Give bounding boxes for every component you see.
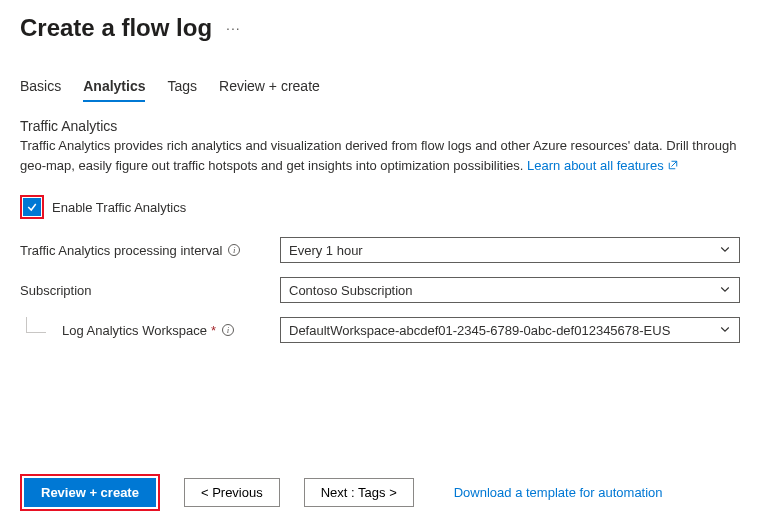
learn-more-link[interactable]: Learn about all features — [527, 158, 679, 173]
enable-analytics-label: Enable Traffic Analytics — [52, 200, 186, 215]
workspace-select[interactable]: DefaultWorkspace-abcdef01-2345-6789-0abc… — [280, 317, 740, 343]
chevron-down-icon — [719, 323, 731, 338]
page-title: Create a flow log — [20, 14, 212, 42]
section-heading: Traffic Analytics — [20, 118, 763, 134]
download-template-link[interactable]: Download a template for automation — [454, 485, 663, 500]
review-create-button[interactable]: Review + create — [24, 478, 156, 507]
more-actions-icon[interactable]: ··· — [226, 20, 241, 36]
checkbox-highlight — [20, 195, 44, 219]
subscription-label: Subscription — [20, 283, 280, 298]
previous-button[interactable]: < Previous — [184, 478, 280, 507]
tab-tags[interactable]: Tags — [167, 78, 197, 102]
info-icon[interactable]: i — [228, 244, 240, 256]
workspace-label: Log Analytics Workspace * i — [20, 323, 280, 338]
workspace-value: DefaultWorkspace-abcdef01-2345-6789-0abc… — [289, 323, 670, 338]
tab-review[interactable]: Review + create — [219, 78, 320, 102]
subscription-value: Contoso Subscription — [289, 283, 413, 298]
footer: Review + create < Previous Next : Tags >… — [20, 474, 763, 511]
subscription-select[interactable]: Contoso Subscription — [280, 277, 740, 303]
tabs: Basics Analytics Tags Review + create — [0, 42, 783, 102]
tree-elbow-icon — [26, 317, 46, 333]
interval-label: Traffic Analytics processing interval i — [20, 243, 280, 258]
interval-value: Every 1 hour — [289, 243, 363, 258]
tab-analytics[interactable]: Analytics — [83, 78, 145, 102]
learn-more-text: Learn about all features — [527, 158, 664, 173]
primary-button-highlight: Review + create — [20, 474, 160, 511]
info-icon[interactable]: i — [222, 324, 234, 336]
section-description: Traffic Analytics provides rich analytic… — [20, 136, 763, 175]
interval-select[interactable]: Every 1 hour — [280, 237, 740, 263]
chevron-down-icon — [719, 243, 731, 258]
enable-analytics-checkbox[interactable] — [23, 198, 41, 216]
next-button[interactable]: Next : Tags > — [304, 478, 414, 507]
tab-basics[interactable]: Basics — [20, 78, 61, 102]
checkmark-icon — [26, 201, 38, 213]
required-indicator: * — [211, 323, 216, 338]
chevron-down-icon — [719, 283, 731, 298]
external-link-icon — [667, 158, 679, 173]
